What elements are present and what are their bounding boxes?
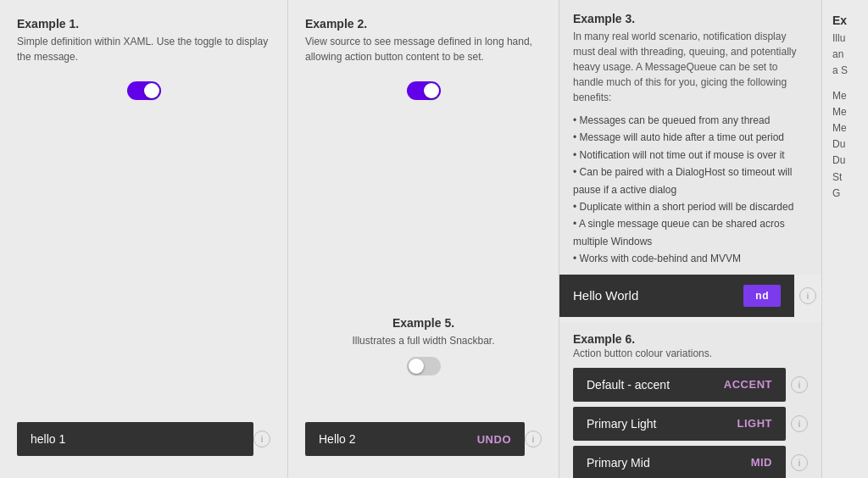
example-3-info-icon[interactable]: i bbox=[799, 287, 816, 304]
toggle-5-knob bbox=[409, 358, 424, 374]
example-1-info-icon[interactable]: i bbox=[253, 431, 270, 447]
example-7-panel: Ex Illuana S MeMeMeDuDuStG bbox=[822, 0, 868, 478]
example-2-header: Example 2. View source to see message de… bbox=[305, 17, 542, 64]
example-2-toggle-container bbox=[305, 81, 542, 100]
example-1-snackbar-row: hello 1 i bbox=[17, 422, 270, 456]
example-1-snackbar: hello 1 bbox=[17, 422, 253, 456]
example-6-snackbar-light: Primary Light LIGHT bbox=[573, 407, 786, 441]
bullet-7: Works with code-behind and MVVM bbox=[573, 250, 808, 267]
mid-label: Primary Mid bbox=[587, 456, 650, 470]
example-3-snackbar-row: Hello World nd i bbox=[559, 275, 821, 317]
example-3-header: Example 3. In many real world scenario, … bbox=[559, 0, 821, 275]
bullet-6: A single message queue can be shared acr… bbox=[573, 215, 808, 250]
example-1-snackbar-text: hello 1 bbox=[31, 432, 65, 446]
bullet-2: Message will auto hide after a time out … bbox=[573, 129, 808, 146]
example-2-desc: View source to see message defined in lo… bbox=[305, 34, 542, 64]
example-2-undo-button[interactable]: UNDO bbox=[477, 433, 511, 446]
example-1-desc: Simple definition within XAML. Use the t… bbox=[17, 34, 270, 64]
example-2-info-icon[interactable]: i bbox=[525, 431, 542, 447]
example-2-snackbar: Hello 2 UNDO bbox=[305, 422, 525, 456]
example-6-info-1[interactable]: i bbox=[791, 376, 808, 393]
example-3-snackbar: Hello World nd bbox=[559, 275, 794, 317]
example-6-snackbar-accent: Default - accent ACCENT bbox=[573, 368, 786, 402]
example-5-toggle[interactable] bbox=[407, 357, 441, 375]
example-1-panel: Example 1. Simple definition within XAML… bbox=[0, 0, 288, 478]
light-label: Primary Light bbox=[587, 417, 656, 431]
example-6-info-2[interactable]: i bbox=[791, 415, 808, 432]
example-3-close-button[interactable]: nd bbox=[743, 285, 781, 307]
example-3-bullets: Messages can be queued from any thread M… bbox=[573, 112, 808, 268]
toggle-knob bbox=[144, 83, 159, 98]
example-1-toggle-container bbox=[17, 81, 270, 100]
example-6-snackbar-mid: Primary Mid MID bbox=[573, 446, 786, 478]
example-3-title: Example 3. bbox=[573, 12, 808, 25]
example-7-desc: Illuana S bbox=[832, 31, 858, 80]
bullet-5: Duplicate within a short period will be … bbox=[573, 198, 808, 215]
example-6-area: Example 6. Action button colour variatio… bbox=[559, 322, 821, 478]
example-5-area: Example 5. Illustrates a full width Snac… bbox=[305, 270, 542, 422]
example-6-row-1: Default - accent ACCENT i bbox=[573, 368, 808, 402]
example-5-title: Example 5. bbox=[392, 316, 454, 330]
example-2-snackbar-text: Hello 2 bbox=[319, 432, 356, 446]
example-6-row-2: Primary Light LIGHT i bbox=[573, 407, 808, 441]
example-6-title: Example 6. bbox=[573, 332, 808, 346]
bullet-4: Can be paired with a DialogHost so timeo… bbox=[573, 164, 808, 198]
hello-world-text: Hello World bbox=[573, 288, 638, 303]
example-6-desc: Action button colour variations. bbox=[573, 347, 808, 359]
main-content: Example 1. Simple definition within XAML… bbox=[0, 0, 868, 478]
example-2-title: Example 2. bbox=[305, 17, 542, 31]
example-6-info-3[interactable]: i bbox=[791, 454, 808, 471]
example-5-desc: Illustrates a full width Snackbar. bbox=[352, 333, 494, 348]
example-1-title: Example 1. bbox=[17, 17, 270, 31]
bullet-3: Notification will not time out if mouse … bbox=[573, 147, 808, 164]
example-3-6-panel: Example 3. In many real world scenario, … bbox=[559, 0, 822, 478]
accent-action[interactable]: ACCENT bbox=[724, 378, 772, 391]
bullet-1: Messages can be queued from any thread bbox=[573, 112, 808, 129]
light-action[interactable]: LIGHT bbox=[737, 417, 773, 430]
example-1-toggle[interactable] bbox=[127, 81, 161, 100]
mid-action[interactable]: MID bbox=[751, 456, 772, 469]
example-3-desc: In many real world scenario, notificatio… bbox=[573, 29, 808, 105]
example-2-toggle[interactable] bbox=[407, 81, 441, 100]
accent-label: Default - accent bbox=[587, 378, 670, 392]
example-7-title: Ex bbox=[832, 14, 858, 27]
example-1-header: Example 1. Simple definition within XAML… bbox=[17, 17, 270, 64]
toggle-2-knob bbox=[424, 83, 439, 98]
example-6-row-3: Primary Mid MID i bbox=[573, 446, 808, 478]
example-2-snackbar-row: Hello 2 UNDO i bbox=[305, 422, 542, 456]
example-7-extra: MeMeMeDuDuStG bbox=[832, 88, 858, 202]
example-2-panel: Example 2. View source to see message de… bbox=[288, 0, 559, 478]
